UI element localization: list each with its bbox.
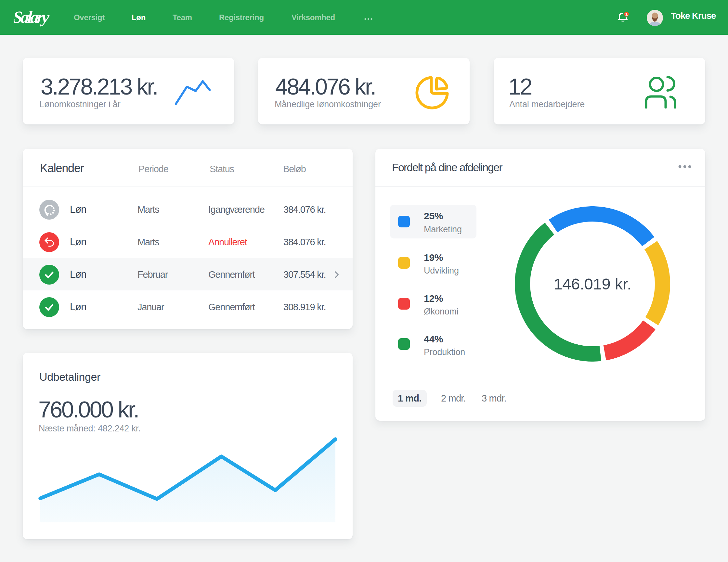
svg-text:Salary: Salary <box>14 8 50 26</box>
svg-text:1: 1 <box>625 12 628 17</box>
